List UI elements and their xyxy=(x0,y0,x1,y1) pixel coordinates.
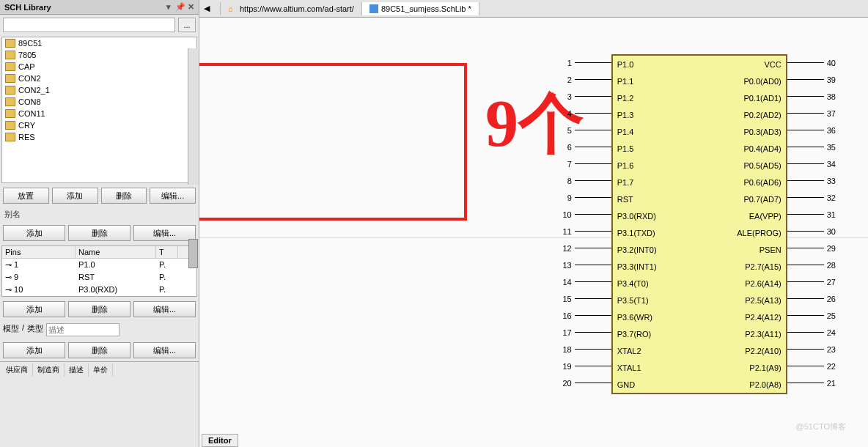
table-row[interactable]: ⊸ 1P1.0P. xyxy=(2,259,196,271)
list-item[interactable]: RES xyxy=(2,131,196,143)
chip-label-row: XTAL1P2.1(A9) xyxy=(613,359,786,376)
pin-7[interactable]: 7 xyxy=(560,155,611,172)
pin-36[interactable]: 36 xyxy=(787,122,839,138)
pin-10[interactable]: 10 xyxy=(560,206,611,223)
btns3-button[interactable]: 编辑... xyxy=(133,301,196,317)
schematic-canvas[interactable]: 9个 1234567891011121314151617181920 P1.0V… xyxy=(199,18,868,447)
scrollbar[interactable] xyxy=(188,48,199,185)
pin-26[interactable]: 26 xyxy=(787,290,839,307)
pin-40[interactable]: 40 xyxy=(787,54,839,71)
table-row[interactable]: ⊸ 9RSTP. xyxy=(2,271,196,284)
editor-tab[interactable]: Editor xyxy=(202,434,238,447)
chip-component[interactable]: 1234567891011121314151617181920 P1.0VCCP… xyxy=(560,54,839,394)
bottom-tabs[interactable]: 供应商制造商描述单价 xyxy=(0,361,199,378)
list-item[interactable]: CAP xyxy=(2,61,196,73)
list-item[interactable]: 89C51 xyxy=(2,37,196,49)
pin-15[interactable]: 15 xyxy=(560,290,611,307)
pin-5[interactable]: 5 xyxy=(560,122,611,138)
pin-37[interactable]: 37 xyxy=(787,105,839,122)
bottom-tab[interactable]: 单价 xyxy=(89,363,113,377)
chip-label-row: P3.2(INT0)PSEN xyxy=(613,241,786,258)
pin-39[interactable]: 39 xyxy=(787,71,839,88)
pin-20[interactable]: 20 xyxy=(560,374,611,391)
list-item[interactable]: CON8 xyxy=(2,96,196,108)
btns4-button[interactable]: 添加 xyxy=(3,342,65,358)
pin-18[interactable]: 18 xyxy=(560,341,611,358)
pins-col-header[interactable]: Pins xyxy=(2,246,76,258)
pin-22[interactable]: 22 xyxy=(787,358,839,374)
pin-17[interactable]: 17 xyxy=(560,324,611,341)
pin-24[interactable]: 24 xyxy=(787,324,839,341)
document-tabs: ◀ ⌂ https://www.altium.com/ad-start/ 89C… xyxy=(199,0,868,18)
btns1-button[interactable]: 添加 xyxy=(52,188,98,204)
pin-12[interactable]: 12 xyxy=(560,240,611,256)
list-item[interactable]: 7805 xyxy=(2,49,196,61)
list-item[interactable]: CON2 xyxy=(2,73,196,84)
pin-32[interactable]: 32 xyxy=(787,189,839,206)
pin-4[interactable]: 4 xyxy=(560,105,611,122)
component-icon xyxy=(5,109,15,118)
btns2-button[interactable]: 删除 xyxy=(68,225,130,241)
pin-33[interactable]: 33 xyxy=(787,172,839,189)
pin-29[interactable]: 29 xyxy=(787,240,839,256)
list-item[interactable]: CON11 xyxy=(2,108,196,119)
pin-38[interactable]: 38 xyxy=(787,88,839,105)
pin-23[interactable]: 23 xyxy=(787,341,839,358)
pin-2[interactable]: 2 xyxy=(560,71,611,88)
panel-title: SCH Library xyxy=(4,3,51,12)
btns3-button[interactable]: 添加 xyxy=(3,301,65,317)
pin-25[interactable]: 25 xyxy=(787,307,839,324)
home-icon: ⌂ xyxy=(228,4,237,13)
btns1-button[interactable]: 编辑... xyxy=(150,188,196,204)
pin-8[interactable]: 8 xyxy=(560,172,611,189)
pin-35[interactable]: 35 xyxy=(787,138,839,155)
btns2-button[interactable]: 编辑... xyxy=(133,225,196,241)
list-item[interactable]: CRY xyxy=(2,119,196,131)
pin-28[interactable]: 28 xyxy=(787,256,839,273)
component-icon xyxy=(5,62,15,71)
tab-home[interactable]: ⌂ https://www.altium.com/ad-start/ xyxy=(220,2,362,15)
search-options-button[interactable]: ... xyxy=(178,18,196,32)
name-col-header[interactable]: Name xyxy=(76,246,156,258)
pin-19[interactable]: 19 xyxy=(560,358,611,374)
component-icon xyxy=(5,133,15,141)
desc-input[interactable] xyxy=(46,323,119,336)
pin-30[interactable]: 30 xyxy=(787,223,839,240)
component-list[interactable]: 89C517805CAPCON2CON2_1CON8CON11CRYRES xyxy=(1,37,197,183)
bottom-tab[interactable]: 供应商 xyxy=(1,363,33,377)
panel-header-icons[interactable]: ▾ 📌 ✕ xyxy=(166,2,194,12)
btns4-button[interactable]: 删除 xyxy=(68,342,130,358)
pin-1[interactable]: 1 xyxy=(560,54,611,71)
pin-3[interactable]: 3 xyxy=(560,88,611,105)
component-icon xyxy=(5,97,15,106)
btns3-button[interactable]: 删除 xyxy=(68,301,130,317)
btns2-button[interactable]: 添加 xyxy=(3,225,65,241)
search-input[interactable] xyxy=(3,18,175,32)
pin-14[interactable]: 14 xyxy=(560,273,611,290)
pin-16[interactable]: 16 xyxy=(560,307,611,324)
tab-schlib[interactable]: 89C51_sumjess.SchLib * xyxy=(362,2,479,15)
chip-label-row: RSTP0.7(AD7) xyxy=(613,191,786,207)
pin-6[interactable]: 6 xyxy=(560,138,611,155)
pins-table[interactable]: Pins Name T ⊸ 1P1.0P.⊸ 9RSTP.⊸ 10P3.0(RX… xyxy=(1,245,197,297)
pin-11[interactable]: 11 xyxy=(560,223,611,240)
btns4-button[interactable]: 编辑... xyxy=(133,342,196,358)
pin-34[interactable]: 34 xyxy=(787,155,839,172)
pin-31[interactable]: 31 xyxy=(787,206,839,223)
pin-21[interactable]: 21 xyxy=(787,374,839,391)
btns1-button[interactable]: 放置 xyxy=(3,188,49,204)
component-name: 7805 xyxy=(18,51,36,59)
list-item[interactable]: CON2_1 xyxy=(2,84,196,96)
chip-label-row: P3.3(INT1)P2.7(A15) xyxy=(613,258,786,275)
pin-27[interactable]: 27 xyxy=(787,273,839,290)
type-col-header[interactable]: T xyxy=(156,246,178,258)
pin-9[interactable]: 9 xyxy=(560,189,611,206)
btns1-button[interactable]: 删除 xyxy=(101,188,147,204)
chip-label-row: P3.7(RO)P2.3(A11) xyxy=(613,325,786,342)
pin-13[interactable]: 13 xyxy=(560,256,611,273)
bottom-tab[interactable]: 制造商 xyxy=(33,363,65,377)
tab-label: https://www.altium.com/ad-start/ xyxy=(240,4,354,13)
tab-nav-left[interactable]: ◀ xyxy=(199,4,214,13)
bottom-tab[interactable]: 描述 xyxy=(65,363,89,377)
table-row[interactable]: ⊸ 10P3.0(RXD)P. xyxy=(2,284,196,296)
